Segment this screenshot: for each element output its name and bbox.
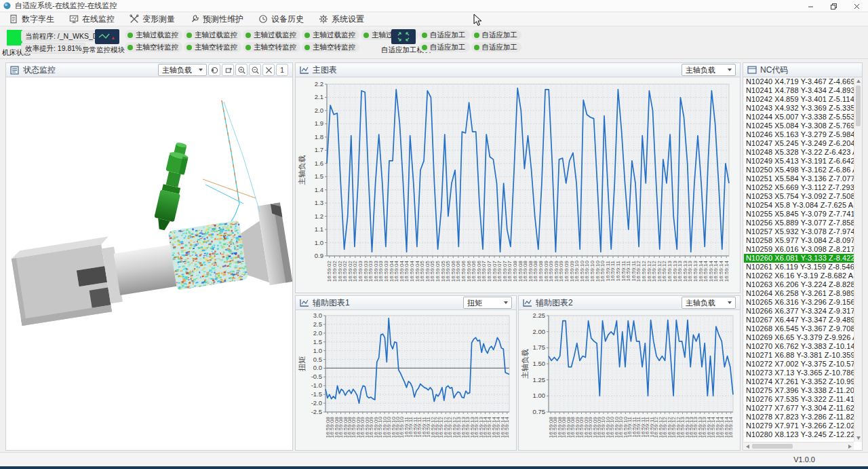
nc-code-line[interactable]: N10280 X8.123 Y-3.245 Z-12.227 A-62.23	[744, 430, 854, 439]
menu-item-3[interactable]: 变形测量	[125, 12, 180, 26]
menu-item-5[interactable]: 设备历史	[254, 12, 309, 26]
viewport-3d[interactable]	[6, 77, 292, 450]
nc-code-line[interactable]: N10278 X7.823 Y-3.286 Z-11.825 A-63.73	[744, 413, 854, 421]
zoom-in-button[interactable]	[235, 64, 248, 76]
svg-text:2.1: 2.1	[315, 93, 323, 100]
fit-view-button[interactable]	[262, 64, 275, 76]
nc-code-line[interactable]: N10253 X5.754 Y-3.092 Z-7.508 A-73.677	[744, 192, 854, 201]
adaptive-module-button[interactable]	[391, 29, 416, 44]
svg-text:16:59:14: 16:59:14	[504, 416, 510, 438]
menu-item-2[interactable]: 在线监控	[64, 12, 119, 26]
nc-code-line[interactable]: N10269 X6.65 Y-3.379 Z-9.926 A-69.947 C	[744, 333, 854, 342]
svg-text:1.1: 1.1	[315, 225, 323, 233]
idle-badge-2: 主轴空转监控	[184, 42, 241, 52]
minimize-button[interactable]	[799, 0, 822, 12]
app-icon	[3, 2, 11, 10]
svg-text:1.50: 1.50	[533, 360, 546, 367]
nc-code-panel: NC代码 N10240 X4.719 Y-3.467 Z-4.669 A-76.…	[743, 62, 863, 451]
scrollbar-thumb[interactable]	[856, 86, 861, 126]
nc-code-line[interactable]: N10244 X5.007 Y-3.338 Z-5.553 A-75.297	[744, 113, 854, 121]
nc-code-line[interactable]: N10257 X5.932 Y-3.078 Z-7.974 A-73.243	[744, 227, 854, 236]
status-bar: V1.0.0	[0, 452, 868, 466]
svg-text:扭矩: 扭矩	[298, 356, 306, 371]
nc-code-line[interactable]: N10258 X5.977 Y-3.084 Z-8.097 A-73.138	[744, 236, 854, 245]
nc-code-line[interactable]: N10246 X5.163 Y-3.279 Z-5.984 A-74.892	[744, 130, 854, 139]
adaptive-badge-2: 自适应加工	[471, 42, 522, 52]
nc-code-line[interactable]: N10248 X5.328 Y-3.22 Z-6.423 A-74.52 C	[744, 148, 854, 157]
anomaly-module-label: 异常监控模块	[82, 45, 125, 55]
aux-chart2-signal-dropdown[interactable]: 主轴负载	[682, 297, 736, 309]
main-chart-signal-dropdown[interactable]: 主轴负载	[682, 64, 736, 76]
zoom-level-button[interactable]: 1	[276, 64, 288, 76]
status-dot	[127, 45, 133, 50]
aux-chart1-signal-dropdown[interactable]: 扭矩	[463, 297, 512, 309]
nc-code-line[interactable]: N10260 X6.081 Y-3.133 Z-8.422 A-72.835	[744, 254, 854, 263]
nc-code-line[interactable]: N10255 X5.845 Y-3.079 Z-7.741 A-73.458	[744, 210, 854, 219]
menu-item-6[interactable]: 系统设置	[314, 12, 369, 26]
status-dot	[363, 33, 369, 38]
anomaly-module-button[interactable]	[95, 29, 119, 44]
nc-code-line[interactable]: N10275 X7.396 Y-3.338 Z-11.207 A-65.95	[744, 386, 854, 395]
scroll-right-icon	[848, 445, 852, 449]
svg-text:16:59:14: 16:59:14	[724, 260, 730, 282]
close-button[interactable]	[845, 0, 868, 12]
efficiency-chip: 效率提升: 19.81%	[21, 43, 85, 54]
nc-code-line[interactable]: N10277 X7.677 Y-3.304 Z-11.621 A-64.48	[744, 404, 854, 413]
nc-code-line[interactable]: N10266 X6.377 Y-3.324 Z-9.317 A-71.443	[744, 307, 854, 316]
version-label: V1.0.0	[793, 455, 815, 464]
svg-text:1.8: 1.8	[315, 133, 323, 140]
title-bar[interactable]: 自适应系统-在线监控-在线监控	[0, 0, 868, 12]
nc-code-line[interactable]: N10254 X5.8 Y-3.084 Z-7.625 A-73.571 C	[744, 201, 854, 210]
nc-code-line[interactable]: N10249 X5.413 Y-3.191 Z-6.642 A-74.346	[744, 157, 854, 166]
nc-code-line[interactable]: N10270 X6.762 Y-3.383 Z-10.143 A-69.34	[744, 342, 854, 351]
nc-code-line[interactable]: N10242 X4.859 Y-3.401 Z-5.114 A-75.775	[744, 95, 854, 104]
nc-code-line[interactable]: N10274 X7.261 Y-3.352 Z-10.998 A-66.67	[744, 377, 854, 386]
nc-horizontal-scrollbar[interactable]	[744, 442, 854, 450]
svg-text:2.5: 2.5	[313, 320, 322, 328]
nc-code-line[interactable]: N10272 X7.002 Y-3.375 Z-10.573 A-68.05	[744, 360, 854, 369]
nc-code-line[interactable]: N10279 X7.971 Y-3.266 Z-12.027 A-62.98	[744, 421, 854, 430]
nc-code-line[interactable]: N10252 X5.669 Y-3.112 Z-7.293 A-73.844	[744, 183, 854, 192]
rotate-view-button[interactable]	[222, 64, 234, 76]
scrollbar-thumb[interactable]	[752, 444, 793, 449]
status-signal-dropdown[interactable]: 主轴负载	[158, 64, 207, 76]
svg-text:1.3: 1.3	[315, 199, 323, 206]
nc-code-line[interactable]: N10263 X6.206 Y-3.224 Z-8.828 A-72.33 C	[744, 280, 854, 289]
machine-status-indicator	[7, 30, 22, 45]
nc-code-line[interactable]: N10251 X5.584 Y-3.136 Z-7.077 A-74.012	[744, 174, 854, 183]
nc-code-line[interactable]: N10245 X5.084 Y-3.308 Z-5.769 A-75.088	[744, 121, 854, 130]
svg-text:16:59:14: 16:59:14	[728, 416, 734, 438]
menu-item-1[interactable]: 数字孪生	[4, 12, 59, 26]
status-dot	[474, 45, 479, 50]
nc-code-line[interactable]: N10256 X5.889 Y-3.077 Z-7.858 A-73.348	[744, 219, 854, 227]
nc-code-line[interactable]: N10268 X6.545 Y-3.367 Z-9.708 A-70.519	[744, 324, 854, 333]
nc-panel-header: NC代码	[743, 63, 862, 77]
orbit-button[interactable]	[208, 64, 220, 76]
svg-text:1.5: 1.5	[315, 172, 323, 180]
nc-code-line[interactable]: N10241 X4.788 Y-3.434 Z-4.893 A-76.062	[744, 86, 854, 95]
nc-code-line[interactable]: N10261 X6.119 Y-3.159 Z-8.546 A-72.701	[744, 263, 854, 271]
nc-code-line[interactable]: N10265 X6.316 Y-3.296 Z-9.156 A-71.771	[744, 298, 854, 307]
nc-code-line[interactable]: N10247 X5.245 Y-3.249 Z-6.204 A-74.701	[744, 139, 854, 148]
line-chart-icon	[300, 299, 309, 307]
maximize-button[interactable]	[822, 0, 845, 12]
nc-code-line[interactable]: N10273 X7.13 Y-3.365 Z-10.786 A-67.372	[744, 369, 854, 377]
nc-code-line[interactable]: N10271 X6.88 Y-3.381 Z-10.359 A-68.711	[744, 351, 854, 360]
device-history-icon	[258, 14, 268, 24]
nc-code-line[interactable]: N10243 X4.932 Y-3.369 Z-5.335 A-75.523	[744, 104, 854, 113]
svg-text:1.0: 1.0	[315, 239, 323, 246]
main-chart-canvas: 16:59:0216:59:0216:59:0216:59:0216:59:02…	[296, 77, 740, 293]
nc-code-line[interactable]: N10276 X7.535 Y-3.322 Z-11.415 A-65.22	[744, 395, 854, 404]
nc-code-line[interactable]: N10259 X6.016 Y-3.098 Z-8.217 A-73.036	[744, 245, 854, 254]
nc-code-line[interactable]: N10262 X6.16 Y-3.19 Z-8.682 A-72.534 C	[744, 271, 854, 280]
nc-code-line[interactable]: N10264 X6.258 Y-3.261 Z-8.989 A-72.072	[744, 289, 854, 298]
nc-code-line[interactable]: N10267 X6.447 Y-3.347 Z-9.489 A-71.055	[744, 316, 854, 324]
menu-item-4[interactable]: 预测性维护	[185, 12, 248, 26]
aux-chart1-panel: 辅助图表1 扭矩 16:59:0816:59:0816:59:0816:59:0…	[295, 295, 517, 451]
nc-vertical-scrollbar[interactable]	[854, 77, 862, 442]
status-dot	[474, 33, 479, 38]
svg-text:2.2: 2.2	[315, 80, 323, 88]
nc-code-line[interactable]: N10240 X4.719 Y-3.467 Z-4.669 A-76.396	[744, 77, 854, 86]
zoom-out-button[interactable]	[249, 64, 261, 76]
nc-code-line[interactable]: N10250 X5.498 Y-3.162 Z-6.86 A-74.178 C	[744, 166, 854, 174]
